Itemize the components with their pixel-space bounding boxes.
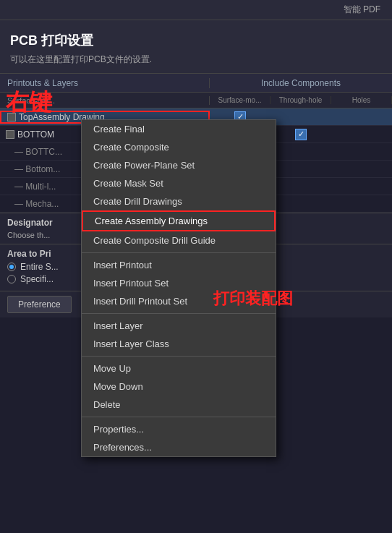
context-menu-divider	[82, 313, 276, 314]
main-panel: PCB 打印设置 可以在这里配置打印PCB文件的设置.	[0, 20, 392, 74]
indent-label: — BOTTC...	[14, 147, 62, 157]
context-menu-item[interactable]: Create Mask Set	[82, 174, 276, 192]
context-menu-divider	[82, 252, 276, 253]
radio-entire-label: Entire S...	[20, 262, 59, 272]
context-menu-item[interactable]: Delete	[82, 396, 276, 414]
context-menu-item[interactable]: Insert Layer Class	[82, 335, 276, 353]
table-subheader: Surface-mo... Surface-mo... Through-hole…	[0, 93, 392, 108]
checkbox-checked[interactable]: ✓	[295, 129, 307, 140]
annotation-right: 右键	[6, 87, 52, 119]
col-include: Include Components	[210, 78, 392, 88]
subcol-holes: Holes	[331, 96, 392, 104]
context-menu-item[interactable]: Create Composite	[82, 138, 276, 156]
indent-label: — Mecha...	[14, 199, 59, 209]
radio-specific-label: Specifi...	[20, 274, 54, 284]
radio-specific-dot[interactable]	[7, 275, 16, 283]
row-icon	[6, 130, 14, 139]
table-header: Printouts & Layers Include Components	[0, 74, 392, 93]
context-menu-item[interactable]: Properties...	[82, 420, 276, 438]
context-menu-item[interactable]: Create Power-Plane Set	[82, 156, 276, 174]
context-menu-item[interactable]: Create Final	[82, 120, 276, 138]
context-menu-item[interactable]: Insert Layer	[82, 317, 276, 335]
radio-entire-dot[interactable]	[7, 263, 16, 271]
subcol-surface: Surface-mo...	[210, 96, 270, 104]
context-menu-item[interactable]: Move Down	[82, 378, 276, 396]
indent-label: — Bottom...	[14, 164, 60, 174]
top-bar: 智能 PDF	[0, 0, 392, 20]
page-subtitle: 可以在这里配置打印PCB文件的设置.	[10, 54, 382, 66]
context-menu-item[interactable]: Create Drill Drawings	[82, 192, 276, 210]
cell-2: ✓	[270, 129, 331, 140]
row-label: BOTTOM	[17, 129, 54, 140]
context-menu-item[interactable]: Create Composite Drill Guide	[82, 231, 276, 250]
context-menu-item[interactable]: Preferences...	[82, 438, 276, 456]
subcol-through: Through-hole	[270, 96, 331, 104]
page-title: PCB 打印设置	[10, 32, 382, 49]
annotation-chinese: 打印装配图	[213, 288, 293, 310]
context-menu-divider	[82, 356, 276, 357]
context-menu-item[interactable]: Move Up	[82, 359, 276, 378]
preference-button[interactable]: Preference	[7, 296, 72, 313]
top-bar-label: 智能 PDF	[344, 4, 380, 16]
context-menu-divider	[82, 417, 276, 417]
context-menu-item[interactable]: Insert Printout	[82, 256, 276, 274]
indent-label: — Multi-l...	[14, 182, 56, 192]
context-menu-item[interactable]: Create Assembly Drawings	[82, 210, 276, 231]
subheader-cols: Surface-mo... Through-hole Holes	[210, 96, 392, 104]
